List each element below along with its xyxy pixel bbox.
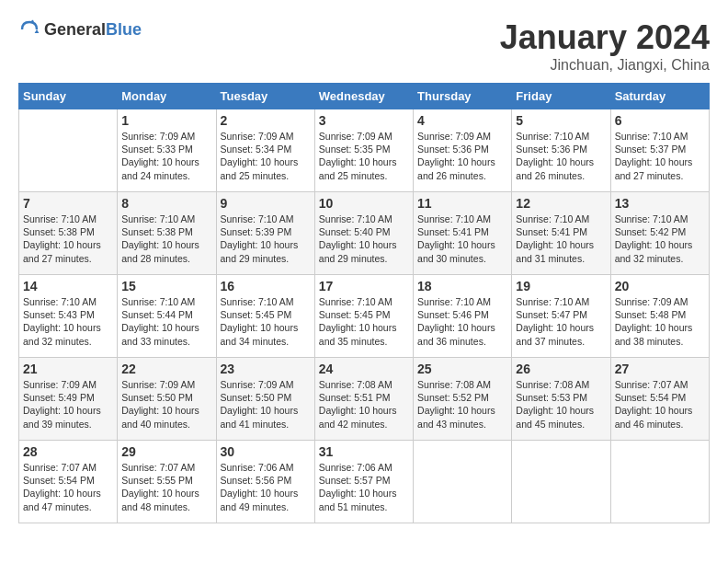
day-number: 3 bbox=[319, 113, 409, 128]
day-number: 9 bbox=[221, 196, 311, 211]
calendar-cell: 10Sunrise: 7:10 AM Sunset: 5:40 PM Dayli… bbox=[314, 192, 413, 275]
day-info: Sunrise: 7:08 AM Sunset: 5:53 PM Dayligh… bbox=[516, 378, 606, 431]
calendar-cell bbox=[19, 109, 118, 192]
day-number: 26 bbox=[516, 362, 606, 376]
calendar-cell: 11Sunrise: 7:10 AM Sunset: 5:41 PM Dayli… bbox=[414, 192, 512, 275]
calendar-cell: 24Sunrise: 7:08 AM Sunset: 5:51 PM Dayli… bbox=[314, 358, 413, 441]
day-info: Sunrise: 7:07 AM Sunset: 5:54 PM Dayligh… bbox=[23, 461, 113, 513]
weekday-header-sunday: Sunday bbox=[19, 84, 118, 109]
day-info: Sunrise: 7:10 AM Sunset: 5:38 PM Dayligh… bbox=[23, 213, 113, 265]
page-header: GeneralBlue January 2024 Jinchuan, Jiang… bbox=[18, 18, 710, 74]
day-info: Sunrise: 7:09 AM Sunset: 5:49 PM Dayligh… bbox=[23, 378, 113, 431]
day-number: 28 bbox=[23, 444, 113, 459]
calendar-cell: 25Sunrise: 7:08 AM Sunset: 5:52 PM Dayli… bbox=[414, 358, 512, 441]
day-info: Sunrise: 7:10 AM Sunset: 5:44 PM Dayligh… bbox=[121, 295, 211, 348]
day-number: 24 bbox=[319, 362, 409, 376]
day-info: Sunrise: 7:06 AM Sunset: 5:56 PM Dayligh… bbox=[221, 461, 311, 513]
weekday-header-tuesday: Tuesday bbox=[216, 84, 314, 109]
calendar-cell: 4Sunrise: 7:09 AM Sunset: 5:36 PM Daylig… bbox=[414, 109, 512, 192]
day-info: Sunrise: 7:09 AM Sunset: 5:48 PM Dayligh… bbox=[615, 295, 705, 348]
logo-text-general: General bbox=[44, 20, 106, 39]
calendar-week-2: 7Sunrise: 7:10 AM Sunset: 5:38 PM Daylig… bbox=[19, 192, 710, 275]
location: Jinchuan, Jiangxi, China bbox=[500, 57, 710, 74]
calendar-cell: 7Sunrise: 7:10 AM Sunset: 5:38 PM Daylig… bbox=[19, 192, 118, 275]
day-info: Sunrise: 7:08 AM Sunset: 5:52 PM Dayligh… bbox=[417, 378, 507, 431]
day-number: 13 bbox=[615, 196, 705, 211]
calendar-cell: 26Sunrise: 7:08 AM Sunset: 5:53 PM Dayli… bbox=[512, 358, 610, 441]
day-info: Sunrise: 7:07 AM Sunset: 5:54 PM Dayligh… bbox=[615, 378, 705, 431]
weekday-header-saturday: Saturday bbox=[610, 84, 709, 109]
calendar-cell: 27Sunrise: 7:07 AM Sunset: 5:54 PM Dayli… bbox=[610, 358, 709, 441]
day-info: Sunrise: 7:09 AM Sunset: 5:36 PM Dayligh… bbox=[417, 130, 507, 182]
day-info: Sunrise: 7:10 AM Sunset: 5:41 PM Dayligh… bbox=[417, 213, 507, 265]
calendar-cell: 16Sunrise: 7:10 AM Sunset: 5:45 PM Dayli… bbox=[216, 275, 314, 358]
day-number: 12 bbox=[516, 196, 606, 211]
day-number: 14 bbox=[23, 279, 113, 293]
day-number: 18 bbox=[417, 279, 507, 293]
day-info: Sunrise: 7:10 AM Sunset: 5:43 PM Dayligh… bbox=[23, 295, 113, 348]
calendar-cell: 22Sunrise: 7:09 AM Sunset: 5:50 PM Dayli… bbox=[118, 358, 216, 441]
day-number: 6 bbox=[615, 113, 705, 128]
calendar-cell: 8Sunrise: 7:10 AM Sunset: 5:38 PM Daylig… bbox=[118, 192, 216, 275]
day-info: Sunrise: 7:07 AM Sunset: 5:55 PM Dayligh… bbox=[121, 461, 211, 513]
calendar-week-1: 1Sunrise: 7:09 AM Sunset: 5:33 PM Daylig… bbox=[19, 109, 710, 192]
day-info: Sunrise: 7:09 AM Sunset: 5:35 PM Dayligh… bbox=[319, 130, 409, 182]
day-info: Sunrise: 7:08 AM Sunset: 5:51 PM Dayligh… bbox=[319, 378, 409, 431]
logo-text-blue: Blue bbox=[106, 20, 142, 39]
calendar-week-4: 21Sunrise: 7:09 AM Sunset: 5:49 PM Dayli… bbox=[19, 358, 710, 441]
day-info: Sunrise: 7:10 AM Sunset: 5:40 PM Dayligh… bbox=[319, 213, 409, 265]
calendar-table: SundayMondayTuesdayWednesdayThursdayFrid… bbox=[18, 83, 710, 523]
day-number: 22 bbox=[121, 362, 211, 376]
day-info: Sunrise: 7:10 AM Sunset: 5:38 PM Dayligh… bbox=[121, 213, 211, 265]
day-info: Sunrise: 7:10 AM Sunset: 5:37 PM Dayligh… bbox=[615, 130, 705, 182]
calendar-cell: 31Sunrise: 7:06 AM Sunset: 5:57 PM Dayli… bbox=[314, 441, 413, 523]
day-info: Sunrise: 7:09 AM Sunset: 5:50 PM Dayligh… bbox=[121, 378, 211, 431]
weekday-header-thursday: Thursday bbox=[414, 84, 512, 109]
calendar-cell bbox=[512, 441, 610, 523]
day-number: 25 bbox=[417, 362, 507, 376]
day-number: 30 bbox=[221, 444, 311, 459]
weekday-header-wednesday: Wednesday bbox=[314, 84, 413, 109]
calendar-cell: 29Sunrise: 7:07 AM Sunset: 5:55 PM Dayli… bbox=[118, 441, 216, 523]
day-number: 7 bbox=[23, 196, 113, 211]
day-number: 19 bbox=[516, 279, 606, 293]
month-title: January 2024 bbox=[500, 18, 710, 57]
calendar-week-5: 28Sunrise: 7:07 AM Sunset: 5:54 PM Dayli… bbox=[19, 441, 710, 523]
day-number: 10 bbox=[319, 196, 409, 211]
logo-icon bbox=[18, 18, 40, 40]
calendar-cell bbox=[414, 441, 512, 523]
calendar-cell: 14Sunrise: 7:10 AM Sunset: 5:43 PM Dayli… bbox=[19, 275, 118, 358]
day-info: Sunrise: 7:10 AM Sunset: 5:36 PM Dayligh… bbox=[516, 130, 606, 182]
weekday-header-row: SundayMondayTuesdayWednesdayThursdayFrid… bbox=[19, 84, 710, 109]
calendar-cell: 1Sunrise: 7:09 AM Sunset: 5:33 PM Daylig… bbox=[118, 109, 216, 192]
calendar-cell: 18Sunrise: 7:10 AM Sunset: 5:46 PM Dayli… bbox=[414, 275, 512, 358]
calendar-cell: 30Sunrise: 7:06 AM Sunset: 5:56 PM Dayli… bbox=[216, 441, 314, 523]
day-number: 31 bbox=[319, 444, 409, 459]
day-info: Sunrise: 7:10 AM Sunset: 5:46 PM Dayligh… bbox=[417, 295, 507, 348]
day-info: Sunrise: 7:06 AM Sunset: 5:57 PM Dayligh… bbox=[319, 461, 409, 513]
day-number: 16 bbox=[221, 279, 311, 293]
day-number: 4 bbox=[417, 113, 507, 128]
day-number: 17 bbox=[319, 279, 409, 293]
logo: GeneralBlue bbox=[18, 18, 142, 40]
day-number: 1 bbox=[121, 113, 211, 128]
calendar-week-3: 14Sunrise: 7:10 AM Sunset: 5:43 PM Dayli… bbox=[19, 275, 710, 358]
day-number: 2 bbox=[221, 113, 311, 128]
day-info: Sunrise: 7:10 AM Sunset: 5:42 PM Dayligh… bbox=[615, 213, 705, 265]
calendar-cell: 21Sunrise: 7:09 AM Sunset: 5:49 PM Dayli… bbox=[19, 358, 118, 441]
calendar-cell: 3Sunrise: 7:09 AM Sunset: 5:35 PM Daylig… bbox=[314, 109, 413, 192]
calendar-cell: 20Sunrise: 7:09 AM Sunset: 5:48 PM Dayli… bbox=[610, 275, 709, 358]
weekday-header-monday: Monday bbox=[118, 84, 216, 109]
calendar-cell bbox=[610, 441, 709, 523]
day-number: 11 bbox=[417, 196, 507, 211]
calendar-cell: 13Sunrise: 7:10 AM Sunset: 5:42 PM Dayli… bbox=[610, 192, 709, 275]
calendar-cell: 5Sunrise: 7:10 AM Sunset: 5:36 PM Daylig… bbox=[512, 109, 610, 192]
title-block: January 2024 Jinchuan, Jiangxi, China bbox=[500, 18, 710, 74]
day-number: 29 bbox=[121, 444, 211, 459]
day-number: 15 bbox=[121, 279, 211, 293]
calendar-cell: 23Sunrise: 7:09 AM Sunset: 5:50 PM Dayli… bbox=[216, 358, 314, 441]
calendar-cell: 28Sunrise: 7:07 AM Sunset: 5:54 PM Dayli… bbox=[19, 441, 118, 523]
calendar-cell: 12Sunrise: 7:10 AM Sunset: 5:41 PM Dayli… bbox=[512, 192, 610, 275]
calendar-cell: 9Sunrise: 7:10 AM Sunset: 5:39 PM Daylig… bbox=[216, 192, 314, 275]
day-number: 20 bbox=[615, 279, 705, 293]
